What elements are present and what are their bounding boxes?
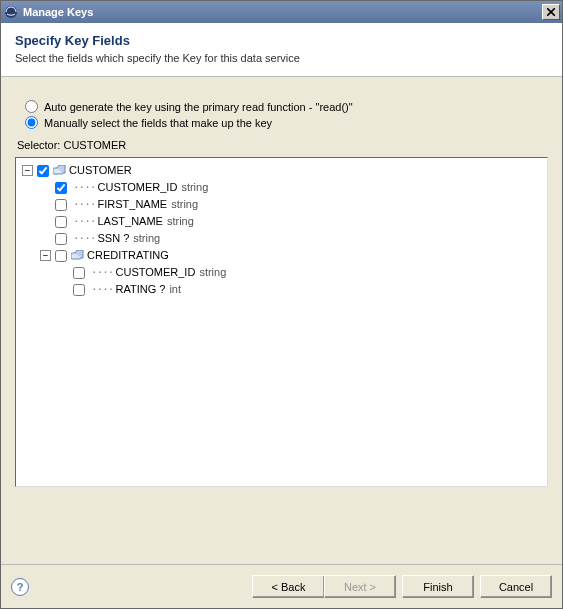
tree-row: − CREDITRATING <box>22 247 541 264</box>
content-area: Auto generate the key using the primary … <box>1 77 562 497</box>
tree-row: ···· SSN ?string <box>22 230 541 247</box>
tree-checkbox[interactable] <box>55 233 67 245</box>
tree-node-label: LAST_NAME <box>98 213 163 230</box>
tree-node-label: FIRST_NAME <box>98 196 168 213</box>
tree-checkbox[interactable] <box>73 284 85 296</box>
tree-node-label: CUSTOMER_ID <box>98 179 178 196</box>
wizard-header: Specify Key Fields Select the fields whi… <box>1 23 562 77</box>
tree-twister[interactable]: − <box>40 250 51 261</box>
tree-node-type: string <box>133 230 160 247</box>
radio-auto-generate[interactable]: Auto generate the key using the primary … <box>25 100 548 113</box>
radio-manual-label: Manually select the fields that make up … <box>44 117 272 129</box>
tree-node-label: CUSTOMER_ID <box>116 264 196 281</box>
tree-connector-icon: ···· <box>73 179 96 196</box>
svg-point-0 <box>5 6 17 18</box>
radio-auto-label: Auto generate the key using the primary … <box>44 101 353 113</box>
tree-node-type: string <box>181 179 208 196</box>
titlebar: Manage Keys <box>1 1 562 23</box>
tree-checkbox[interactable] <box>37 165 49 177</box>
tree-connector-icon: ···· <box>91 281 114 298</box>
page-title: Specify Key Fields <box>15 33 548 48</box>
tree-row: ···· CUSTOMER_IDstring <box>22 179 541 196</box>
close-button[interactable] <box>542 4 560 20</box>
tree-checkbox[interactable] <box>73 267 85 279</box>
finish-button[interactable]: Finish <box>402 575 474 598</box>
tree-checkbox[interactable] <box>55 182 67 194</box>
back-button[interactable]: < Back <box>252 575 324 598</box>
tree-node-label: CREDITRATING <box>87 247 169 264</box>
tree-connector-icon: ···· <box>73 213 96 230</box>
radio-auto-input[interactable] <box>25 100 38 113</box>
close-icon <box>547 8 555 16</box>
tree-node-type: int <box>169 281 181 298</box>
tree-row: − CUSTOMER <box>22 162 541 179</box>
window-title: Manage Keys <box>23 6 542 18</box>
tree-node-type: string <box>199 264 226 281</box>
button-bar: ? < Back Next > Finish Cancel <box>1 564 562 608</box>
tree-node-type: string <box>171 196 198 213</box>
tree-node-type: string <box>167 213 194 230</box>
tree-node-label: RATING ? <box>116 281 166 298</box>
selector-label: Selector: CUSTOMER <box>17 139 548 151</box>
radio-manual-input[interactable] <box>25 116 38 129</box>
tree-checkbox[interactable] <box>55 199 67 211</box>
field-tree[interactable]: − CUSTOMER···· CUSTOMER_IDstring···· FIR… <box>15 157 548 487</box>
tree-row: ···· RATING ?int <box>22 281 541 298</box>
app-icon <box>3 4 19 20</box>
tree-checkbox[interactable] <box>55 250 67 262</box>
tree-connector-icon: ···· <box>73 230 96 247</box>
tree-row: ···· CUSTOMER_IDstring <box>22 264 541 281</box>
next-button: Next > <box>324 575 396 598</box>
tree-connector-icon: ···· <box>91 264 114 281</box>
tree-checkbox[interactable] <box>55 216 67 228</box>
element-icon <box>53 165 67 177</box>
element-icon <box>71 250 85 262</box>
cancel-button[interactable]: Cancel <box>480 575 552 598</box>
tree-connector-icon: ···· <box>73 196 96 213</box>
radio-manual-select[interactable]: Manually select the fields that make up … <box>25 116 548 129</box>
page-subtitle: Select the fields which specify the Key … <box>15 52 548 64</box>
tree-twister[interactable]: − <box>22 165 33 176</box>
help-button[interactable]: ? <box>11 578 29 596</box>
tree-node-label: CUSTOMER <box>69 162 132 179</box>
tree-row: ···· LAST_NAMEstring <box>22 213 541 230</box>
tree-node-label: SSN ? <box>98 230 130 247</box>
tree-row: ···· FIRST_NAMEstring <box>22 196 541 213</box>
